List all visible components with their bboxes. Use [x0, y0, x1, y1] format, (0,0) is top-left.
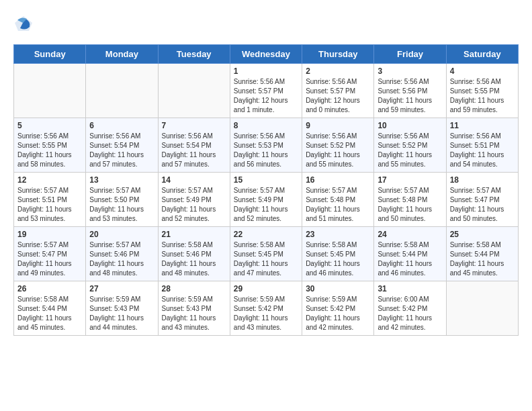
weekday-header-thursday: Thursday — [302, 45, 374, 64]
weekday-header-row: SundayMondayTuesdayWednesdayThursdayFrid… — [14, 45, 519, 64]
day-number: 2 — [306, 66, 370, 76]
calendar-cell: 29Sunrise: 5:59 AM Sunset: 5:42 PM Dayli… — [230, 281, 302, 336]
day-number: 31 — [378, 284, 442, 293]
calendar-cell: 15Sunrise: 5:57 AM Sunset: 5:49 PM Dayli… — [230, 173, 302, 227]
calendar-cell: 21Sunrise: 5:58 AM Sunset: 5:46 PM Dayli… — [158, 227, 230, 281]
week-row-1: 1Sunrise: 5:56 AM Sunset: 5:57 PM Daylig… — [14, 64, 519, 118]
weekday-header-tuesday: Tuesday — [158, 45, 230, 64]
day-number: 27 — [89, 284, 154, 293]
calendar-cell: 11Sunrise: 5:56 AM Sunset: 5:51 PM Dayli… — [446, 118, 518, 173]
calendar-cell — [446, 281, 518, 336]
day-number: 11 — [450, 121, 515, 130]
day-number: 1 — [234, 66, 298, 76]
calendar-cell: 4Sunrise: 5:56 AM Sunset: 5:55 PM Daylig… — [446, 64, 518, 118]
day-info: Sunrise: 5:56 AM Sunset: 5:52 PM Dayligh… — [306, 132, 370, 169]
calendar-cell: 3Sunrise: 5:56 AM Sunset: 5:56 PM Daylig… — [374, 64, 446, 118]
day-info: Sunrise: 5:57 AM Sunset: 5:47 PM Dayligh… — [17, 240, 82, 278]
day-number: 16 — [306, 175, 370, 185]
day-number: 15 — [234, 175, 298, 185]
calendar-cell: 8Sunrise: 5:56 AM Sunset: 5:53 PM Daylig… — [230, 118, 302, 173]
calendar-cell: 7Sunrise: 5:56 AM Sunset: 5:54 PM Daylig… — [158, 118, 230, 173]
weekday-header-monday: Monday — [86, 45, 158, 64]
calendar-cell — [158, 64, 230, 118]
day-info: Sunrise: 5:59 AM Sunset: 5:42 PM Dayligh… — [234, 295, 298, 332]
day-info: Sunrise: 5:56 AM Sunset: 5:52 PM Dayligh… — [378, 132, 442, 169]
day-number: 7 — [162, 121, 226, 130]
day-number: 29 — [234, 284, 298, 293]
weekday-header-wednesday: Wednesday — [230, 45, 302, 64]
calendar-cell: 31Sunrise: 6:00 AM Sunset: 5:42 PM Dayli… — [374, 281, 446, 336]
day-info: Sunrise: 5:57 AM Sunset: 5:51 PM Dayligh… — [17, 186, 82, 224]
day-info: Sunrise: 5:56 AM Sunset: 5:54 PM Dayligh… — [89, 132, 154, 169]
day-info: Sunrise: 5:56 AM Sunset: 5:57 PM Dayligh… — [306, 77, 370, 115]
day-number: 24 — [378, 230, 442, 239]
day-info: Sunrise: 5:56 AM Sunset: 5:53 PM Dayligh… — [234, 132, 298, 169]
day-number: 22 — [234, 230, 298, 239]
day-number: 10 — [378, 121, 442, 130]
day-info: Sunrise: 5:57 AM Sunset: 5:48 PM Dayligh… — [378, 186, 442, 224]
calendar-cell: 5Sunrise: 5:56 AM Sunset: 5:55 PM Daylig… — [14, 118, 86, 173]
calendar-cell: 19Sunrise: 5:57 AM Sunset: 5:47 PM Dayli… — [14, 227, 86, 281]
calendar-cell: 20Sunrise: 5:57 AM Sunset: 5:46 PM Dayli… — [86, 227, 158, 281]
calendar-cell: 16Sunrise: 5:57 AM Sunset: 5:48 PM Dayli… — [302, 173, 374, 227]
calendar-cell: 24Sunrise: 5:58 AM Sunset: 5:44 PM Dayli… — [374, 227, 446, 281]
day-number: 25 — [450, 230, 515, 239]
week-row-5: 26Sunrise: 5:58 AM Sunset: 5:44 PM Dayli… — [14, 281, 519, 336]
calendar-cell: 14Sunrise: 5:57 AM Sunset: 5:49 PM Dayli… — [158, 173, 230, 227]
week-row-3: 12Sunrise: 5:57 AM Sunset: 5:51 PM Dayli… — [14, 173, 519, 227]
calendar-cell: 13Sunrise: 5:57 AM Sunset: 5:50 PM Dayli… — [86, 173, 158, 227]
day-info: Sunrise: 5:59 AM Sunset: 5:43 PM Dayligh… — [162, 295, 226, 332]
calendar-cell: 27Sunrise: 5:59 AM Sunset: 5:43 PM Dayli… — [86, 281, 158, 336]
day-info: Sunrise: 5:58 AM Sunset: 5:44 PM Dayligh… — [17, 295, 82, 332]
day-number: 12 — [17, 175, 82, 185]
day-info: Sunrise: 5:58 AM Sunset: 5:44 PM Dayligh… — [450, 240, 515, 278]
day-info: Sunrise: 5:57 AM Sunset: 5:49 PM Dayligh… — [162, 186, 226, 224]
day-info: Sunrise: 5:57 AM Sunset: 5:47 PM Dayligh… — [450, 186, 515, 224]
day-info: Sunrise: 5:58 AM Sunset: 5:45 PM Dayligh… — [306, 240, 370, 278]
calendar-cell: 12Sunrise: 5:57 AM Sunset: 5:51 PM Dayli… — [14, 173, 86, 227]
calendar-cell: 22Sunrise: 5:58 AM Sunset: 5:45 PM Dayli… — [230, 227, 302, 281]
day-number: 8 — [234, 121, 298, 130]
weekday-header-sunday: Sunday — [14, 45, 86, 64]
day-info: Sunrise: 5:59 AM Sunset: 5:43 PM Dayligh… — [89, 295, 154, 332]
day-info: Sunrise: 5:56 AM Sunset: 5:55 PM Dayligh… — [450, 77, 515, 115]
week-row-2: 5Sunrise: 5:56 AM Sunset: 5:55 PM Daylig… — [14, 118, 519, 173]
day-info: Sunrise: 5:56 AM Sunset: 5:55 PM Dayligh… — [17, 132, 82, 169]
calendar-cell: 9Sunrise: 5:56 AM Sunset: 5:52 PM Daylig… — [302, 118, 374, 173]
day-info: Sunrise: 5:58 AM Sunset: 5:44 PM Dayligh… — [378, 240, 442, 278]
day-info: Sunrise: 5:57 AM Sunset: 5:48 PM Dayligh… — [306, 186, 370, 224]
calendar-cell: 26Sunrise: 5:58 AM Sunset: 5:44 PM Dayli… — [14, 281, 86, 336]
day-number: 3 — [378, 66, 442, 76]
weekday-header-saturday: Saturday — [446, 45, 518, 64]
day-info: Sunrise: 6:00 AM Sunset: 5:42 PM Dayligh… — [378, 295, 442, 332]
day-number: 18 — [450, 175, 515, 185]
calendar-cell: 1Sunrise: 5:56 AM Sunset: 5:57 PM Daylig… — [230, 64, 302, 118]
day-info: Sunrise: 5:56 AM Sunset: 5:54 PM Dayligh… — [162, 132, 226, 169]
day-number: 6 — [89, 121, 154, 130]
day-number: 19 — [17, 230, 82, 239]
day-info: Sunrise: 5:56 AM Sunset: 5:56 PM Dayligh… — [378, 77, 442, 115]
day-info: Sunrise: 5:57 AM Sunset: 5:50 PM Dayligh… — [89, 186, 154, 224]
day-number: 30 — [306, 284, 370, 293]
day-info: Sunrise: 5:56 AM Sunset: 5:51 PM Dayligh… — [450, 132, 515, 169]
day-info: Sunrise: 5:56 AM Sunset: 5:57 PM Dayligh… — [234, 77, 298, 115]
calendar-table: SundayMondayTuesdayWednesdayThursdayFrid… — [13, 44, 519, 336]
calendar-cell: 2Sunrise: 5:56 AM Sunset: 5:57 PM Daylig… — [302, 64, 374, 118]
weekday-header-friday: Friday — [374, 45, 446, 64]
day-number: 4 — [450, 66, 515, 76]
calendar-cell: 17Sunrise: 5:57 AM Sunset: 5:48 PM Dayli… — [374, 173, 446, 227]
day-number: 23 — [306, 230, 370, 239]
calendar-cell — [86, 64, 158, 118]
day-number: 9 — [306, 121, 370, 130]
calendar-cell: 10Sunrise: 5:56 AM Sunset: 5:52 PM Dayli… — [374, 118, 446, 173]
logo — [13, 13, 36, 34]
day-number: 28 — [162, 284, 226, 293]
calendar-cell: 23Sunrise: 5:58 AM Sunset: 5:45 PM Dayli… — [302, 227, 374, 281]
page-header — [13, 13, 519, 34]
calendar-cell — [14, 64, 86, 118]
day-info: Sunrise: 5:57 AM Sunset: 5:49 PM Dayligh… — [234, 186, 298, 224]
day-number: 13 — [89, 175, 154, 185]
day-number: 21 — [162, 230, 226, 239]
calendar-cell: 6Sunrise: 5:56 AM Sunset: 5:54 PM Daylig… — [86, 118, 158, 173]
day-info: Sunrise: 5:57 AM Sunset: 5:46 PM Dayligh… — [89, 240, 154, 278]
